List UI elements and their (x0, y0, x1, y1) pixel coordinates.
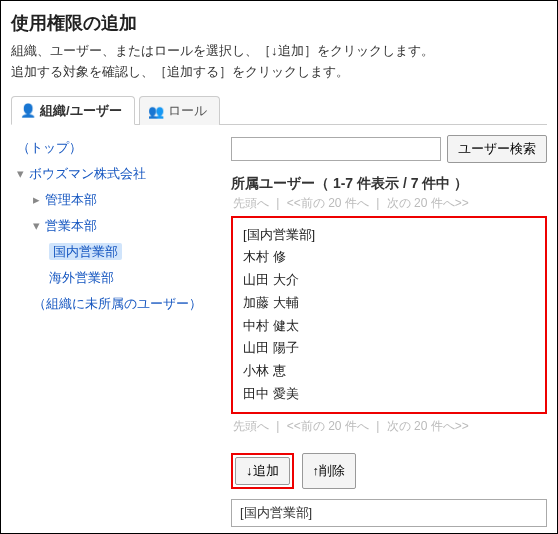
tree-dept-domestic[interactable]: 国内営業部 (49, 243, 122, 260)
pager-first[interactable]: 先頭へ (233, 419, 269, 433)
user-icon: 👤 (20, 103, 36, 118)
pager-prev[interactable]: <<前の 20 件へ (287, 419, 369, 433)
chevron-down-icon[interactable]: ▾ (17, 161, 29, 187)
tree-no-org[interactable]: （組織に未所属のユーザー） (33, 296, 202, 311)
page-title: 使用権限の追加 (11, 11, 547, 35)
pager-next[interactable]: 次の 20 件へ>> (387, 196, 469, 210)
org-tree-pane: （トップ） ▾ボウズマン株式会社 ▸管理本部 ▾営業本部 国内営業部 海外営業部… (11, 135, 221, 527)
pager-next[interactable]: 次の 20 件へ>> (387, 419, 469, 433)
add-highlight: ↓追加 (231, 453, 294, 489)
tab-bar: 👤 組織/ユーザー 👥 ロール (11, 95, 547, 125)
tree-company[interactable]: ボウズマン株式会社 (29, 166, 146, 181)
search-input[interactable] (231, 137, 441, 161)
chevron-right-icon[interactable]: ▸ (33, 187, 45, 213)
pager-prev[interactable]: <<前の 20 件へ (287, 196, 369, 210)
pager-first[interactable]: 先頭へ (233, 196, 269, 210)
user-section-title: 所属ユーザー（ 1-7 件表示 / 7 件中 ） (231, 175, 547, 193)
dialog-frame: 使用権限の追加 組織、ユーザー、またはロールを選択し、［↓追加］をクリックします… (0, 0, 558, 534)
list-item[interactable]: 中村 健太 (243, 315, 535, 338)
chevron-down-icon[interactable]: ▾ (33, 213, 45, 239)
selected-list[interactable]: [国内営業部] (231, 499, 547, 527)
tab-role[interactable]: 👥 ロール (139, 96, 220, 125)
user-list[interactable]: [国内営業部] 木村 修 山田 大介 加藤 大輔 中村 健太 山田 陽子 小林 … (231, 216, 547, 414)
pager-top: 先頭へ | <<前の 20 件へ | 次の 20 件へ>> (231, 195, 547, 212)
people-icon: 👥 (148, 104, 164, 119)
add-button[interactable]: ↓追加 (235, 457, 290, 485)
action-row: ↓追加 ↑削除 (231, 453, 547, 489)
tree-top[interactable]: （トップ） (17, 140, 82, 155)
tab-org-user[interactable]: 👤 組織/ユーザー (11, 96, 135, 125)
remove-button[interactable]: ↑削除 (302, 453, 357, 489)
tree-dept-sales[interactable]: 営業本部 (45, 218, 97, 233)
tab-role-label: ロール (168, 102, 207, 120)
user-search-button[interactable]: ユーザー検索 (447, 135, 547, 163)
selected-item[interactable]: [国内営業部] (240, 505, 312, 520)
list-item[interactable]: 小林 恵 (243, 360, 535, 383)
tree-dept-overseas[interactable]: 海外営業部 (49, 270, 114, 285)
user-pane: ユーザー検索 所属ユーザー（ 1-7 件表示 / 7 件中 ） 先頭へ | <<… (231, 135, 547, 527)
list-item[interactable]: 山田 大介 (243, 269, 535, 292)
desc-line-2: 追加する対象を確認し、［追加する］をクリックします。 (11, 64, 349, 79)
list-item[interactable]: 加藤 大輔 (243, 292, 535, 315)
org-tree: （トップ） ▾ボウズマン株式会社 ▸管理本部 ▾営業本部 国内営業部 海外営業部… (11, 135, 221, 317)
tree-dept-admin[interactable]: 管理本部 (45, 192, 97, 207)
list-item[interactable]: 木村 修 (243, 246, 535, 269)
list-item[interactable]: 山田 陽子 (243, 337, 535, 360)
page-description: 組織、ユーザー、またはロールを選択し、［↓追加］をクリックします。 追加する対象… (11, 41, 547, 83)
desc-line-1: 組織、ユーザー、またはロールを選択し、［↓追加］をクリックします。 (11, 43, 434, 58)
list-item[interactable]: [国内営業部] (243, 224, 535, 247)
list-item[interactable]: 田中 愛美 (243, 383, 535, 406)
pager-bottom: 先頭へ | <<前の 20 件へ | 次の 20 件へ>> (231, 418, 547, 435)
tab-org-user-label: 組織/ユーザー (40, 102, 122, 120)
